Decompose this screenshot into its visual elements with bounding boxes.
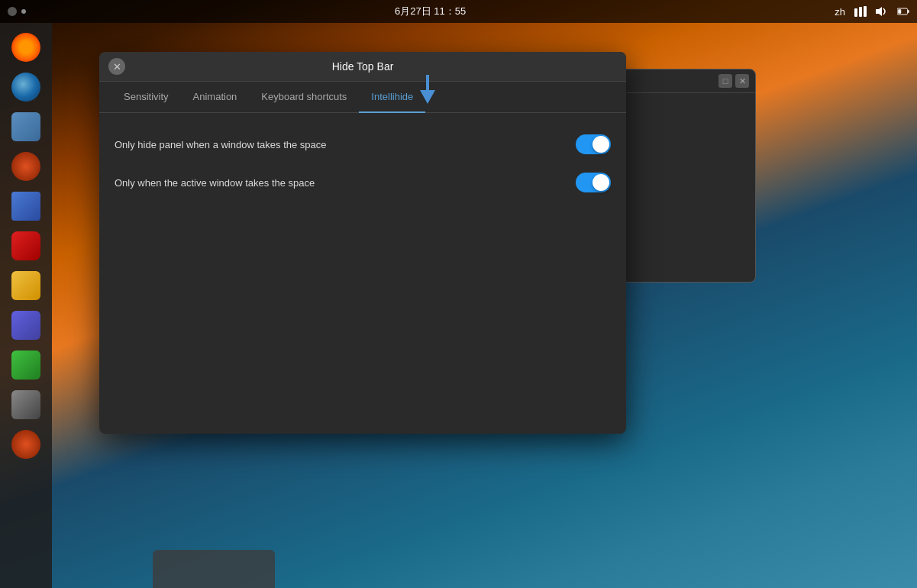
svg-marker-3 bbox=[876, 7, 882, 16]
writer-icon bbox=[11, 192, 40, 221]
tab-sensitivity[interactable]: Sensitivity bbox=[111, 82, 181, 113]
disks-icon bbox=[11, 390, 40, 419]
top-bar-right: zh bbox=[835, 5, 909, 18]
svg-rect-5 bbox=[908, 10, 909, 13]
svg-rect-2 bbox=[864, 6, 867, 17]
tab-animation[interactable]: Animation bbox=[181, 82, 250, 113]
dialog-content: Only hide panel when a window takes the … bbox=[99, 113, 626, 434]
toggle-active-window[interactable] bbox=[576, 173, 611, 192]
top-bar: 6月27日 11：55 zh bbox=[0, 0, 917, 23]
notes-icon bbox=[11, 271, 40, 300]
window-close-button[interactable]: ✕ bbox=[735, 74, 749, 88]
extension-icon bbox=[11, 351, 40, 380]
arrow-down bbox=[420, 90, 435, 104]
setting-label-hide-panel: Only hide panel when a window takes the … bbox=[115, 139, 327, 150]
thunderbird-icon bbox=[11, 73, 40, 102]
dialog-title: Hide Top Bar bbox=[125, 60, 600, 73]
dock-item-extension[interactable] bbox=[8, 347, 44, 383]
dialog-close-button[interactable]: ✕ bbox=[108, 58, 125, 75]
locale-indicator: zh bbox=[835, 6, 845, 18]
firefox-icon bbox=[11, 33, 40, 62]
setting-label-active-window: Only when the active window takes the sp… bbox=[115, 177, 315, 189]
tab-bar: Sensitivity Animation Keyboard shortcuts… bbox=[99, 82, 626, 113]
dock-item-files[interactable] bbox=[8, 108, 44, 145]
tab-keyboard-shortcuts[interactable]: Keyboard shortcuts bbox=[249, 82, 359, 113]
dock bbox=[0, 23, 52, 588]
toggle-hide-panel[interactable] bbox=[576, 134, 611, 154]
main-dialog: ✕ Hide Top Bar Sensitivity Animation Key… bbox=[99, 52, 626, 434]
taskbar-item[interactable] bbox=[153, 550, 275, 588]
arrow-indicator bbox=[420, 75, 435, 104]
dock-item-writer[interactable] bbox=[8, 188, 44, 225]
arrow-shaft bbox=[426, 75, 429, 90]
network-icon[interactable] bbox=[854, 5, 867, 18]
tab-intellihide[interactable]: Intellihide bbox=[359, 82, 425, 113]
dock-item-notes[interactable] bbox=[8, 267, 44, 304]
top-bar-dot bbox=[21, 9, 26, 14]
desktop: 6月27日 11：55 zh bbox=[0, 0, 917, 588]
rhythmbox-icon bbox=[11, 152, 40, 181]
setting-row-hide-panel: Only hide panel when a window takes the … bbox=[111, 128, 614, 160]
dock-item-disks[interactable] bbox=[8, 386, 44, 423]
volume-icon[interactable] bbox=[876, 5, 888, 18]
top-bar-left bbox=[8, 7, 26, 16]
puzzle-icon bbox=[11, 311, 40, 340]
svg-rect-6 bbox=[898, 9, 901, 14]
dock-item-firefox[interactable] bbox=[8, 29, 44, 66]
setting-row-active-window: Only when the active window takes the sp… bbox=[111, 166, 614, 199]
top-bar-datetime: 6月27日 11：55 bbox=[395, 5, 466, 18]
dock-item-appstore[interactable] bbox=[8, 228, 44, 264]
svg-rect-1 bbox=[859, 7, 862, 17]
top-bar-indicator bbox=[8, 7, 17, 16]
dock-item-thunderbird[interactable] bbox=[8, 69, 44, 105]
svg-rect-0 bbox=[854, 8, 857, 17]
files-icon bbox=[11, 112, 40, 141]
battery-icon[interactable] bbox=[897, 5, 909, 18]
window-maximize-button[interactable]: □ bbox=[718, 74, 732, 88]
dock-item-puzzle[interactable] bbox=[8, 307, 44, 344]
appstore-icon bbox=[11, 231, 40, 260]
dock-item-ubuntu[interactable] bbox=[8, 426, 44, 463]
dialog-titlebar: ✕ Hide Top Bar bbox=[99, 52, 626, 82]
ubuntu-icon bbox=[11, 430, 40, 459]
dock-item-rhythmbox[interactable] bbox=[8, 148, 44, 185]
